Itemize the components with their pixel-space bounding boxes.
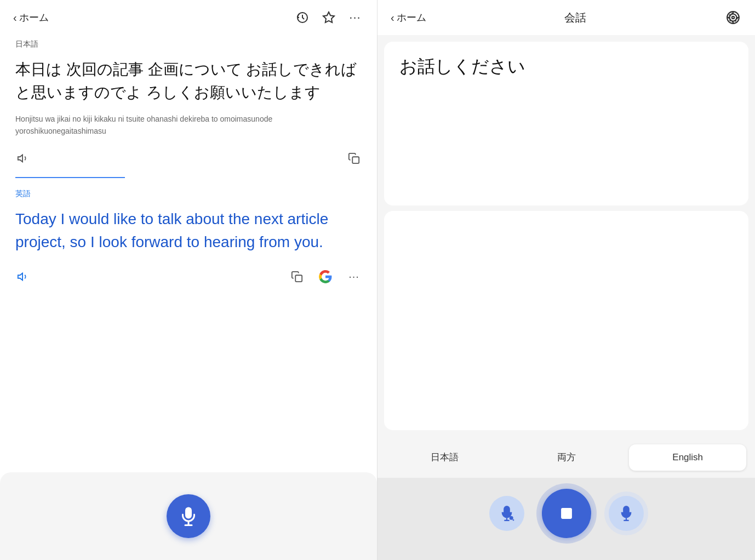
source-actions bbox=[0, 144, 377, 177]
right-back-button[interactable]: ‹ ホーム bbox=[391, 11, 426, 24]
star-icon[interactable] bbox=[320, 9, 338, 26]
target-actions: ··· bbox=[0, 262, 377, 295]
right-nav: ‹ ホーム 会話 bbox=[378, 0, 755, 35]
chevron-left-icon: ‹ bbox=[13, 12, 17, 24]
lang-button-both[interactable]: 両方 bbox=[508, 443, 625, 471]
mic-area bbox=[0, 472, 377, 560]
right-panel: ‹ ホーム 会話 お話しください 日本語 bbox=[378, 0, 755, 560]
top-speech-text: お話しください bbox=[399, 55, 525, 79]
target-copy-icon[interactable] bbox=[287, 267, 307, 287]
svg-point-9 bbox=[730, 14, 737, 21]
left-nav: ‹ ホーム ··· bbox=[0, 0, 377, 35]
right-microphone-button[interactable] bbox=[609, 496, 644, 531]
source-copy-icon[interactable] bbox=[344, 148, 364, 168]
chevron-left-icon-right: ‹ bbox=[391, 12, 394, 24]
right-back-label: ホーム bbox=[397, 11, 426, 24]
svg-marker-1 bbox=[323, 12, 334, 22]
target-icon[interactable] bbox=[724, 9, 742, 26]
svg-line-18 bbox=[513, 519, 514, 521]
svg-point-17 bbox=[509, 516, 513, 520]
left-back-label: ホーム bbox=[19, 11, 49, 24]
left-panel: ‹ ホーム ··· 日本語 本日は 次回の記事 企画について お話しできればと思… bbox=[0, 0, 378, 560]
target-more-icon[interactable]: ··· bbox=[344, 267, 364, 287]
svg-marker-4 bbox=[18, 273, 22, 280]
source-text: 本日は 次回の記事 企画について お話しできればと思いますのでよ ろしくお願いい… bbox=[0, 52, 377, 111]
source-speak-icon[interactable] bbox=[13, 148, 33, 168]
bottom-speech-bubble bbox=[384, 211, 748, 430]
svg-point-10 bbox=[732, 16, 734, 19]
history-icon[interactable] bbox=[294, 9, 311, 26]
svg-rect-19 bbox=[561, 508, 572, 519]
lang-button-japanese[interactable]: 日本語 bbox=[386, 443, 504, 471]
more-icon[interactable]: ··· bbox=[346, 9, 364, 26]
left-back-button[interactable]: ‹ ホーム bbox=[13, 11, 49, 24]
right-nav-title: 会話 bbox=[426, 10, 724, 25]
target-text: Today I would like to talk about the nex… bbox=[0, 203, 377, 262]
svg-rect-3 bbox=[352, 157, 359, 163]
right-bottom-bar bbox=[378, 478, 755, 560]
voice-button[interactable] bbox=[489, 496, 524, 531]
microphone-button[interactable] bbox=[167, 494, 210, 538]
lang-selector-bar: 日本語 両方 English bbox=[378, 437, 755, 478]
more-dots: ··· bbox=[349, 10, 361, 25]
target-speak-icon[interactable] bbox=[13, 267, 33, 287]
google-icon[interactable] bbox=[318, 269, 333, 284]
top-speech-bubble: お話しください bbox=[384, 42, 748, 205]
conversation-area: お話しください bbox=[378, 35, 755, 437]
svg-rect-5 bbox=[295, 275, 302, 282]
svg-marker-2 bbox=[18, 155, 22, 162]
lang-button-english[interactable]: English bbox=[629, 444, 746, 471]
stop-button[interactable] bbox=[542, 489, 591, 538]
romanization-text: Honjitsu wa jikai no kiji kikaku ni tsui… bbox=[0, 111, 377, 144]
source-lang-label: 日本語 bbox=[0, 35, 377, 52]
target-lang-label: 英語 bbox=[0, 178, 377, 203]
